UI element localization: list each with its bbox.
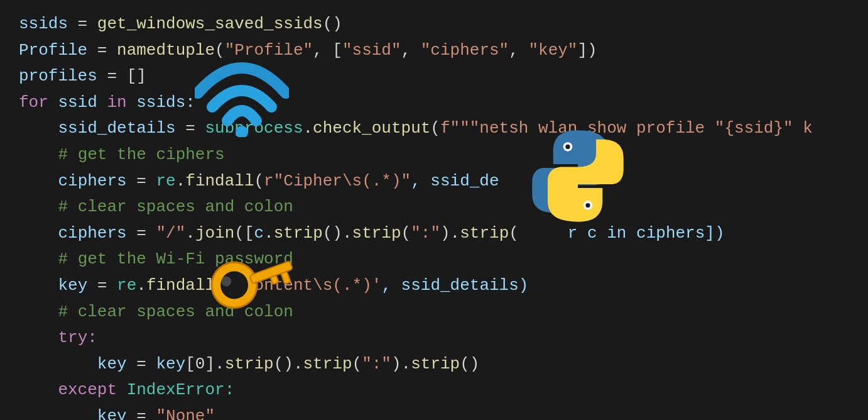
code-line: key = key[0].strip().strip(":").strip() <box>19 351 849 378</box>
code-line: # get the ciphers <box>19 142 849 169</box>
code-line: ciphers = "/".join([c.strip().strip(":")… <box>19 221 849 247</box>
code-line: try: <box>19 325 849 351</box>
code-line: ssids = get_windows_saved_ssids() <box>19 11 849 38</box>
code-line: except IndexError: <box>19 377 849 404</box>
code-line: ssid_details = subprocess.check_output(f… <box>19 116 849 142</box>
code-line: key = "None" <box>19 404 849 420</box>
code-line: ciphers = re.findall(r"Cipher\s(.*)", ss… <box>19 169 849 195</box>
code-line: profiles = [] <box>19 64 849 90</box>
code-line: for ssid in ssids: <box>19 90 849 116</box>
code-line: # clear spaces and colon <box>19 299 849 326</box>
code-line: # clear spaces and colon <box>19 194 849 221</box>
code-line: key = re.findall(r'Content\s(.*)', ssid_… <box>19 273 849 299</box>
code-line: # get the Wi-Fi password <box>19 246 849 273</box>
code-line: Profile = namedtuple("Profile", ["ssid",… <box>19 38 849 64</box>
code-editor: ssids = get_windows_saved_ssids()Profile… <box>0 0 868 420</box>
